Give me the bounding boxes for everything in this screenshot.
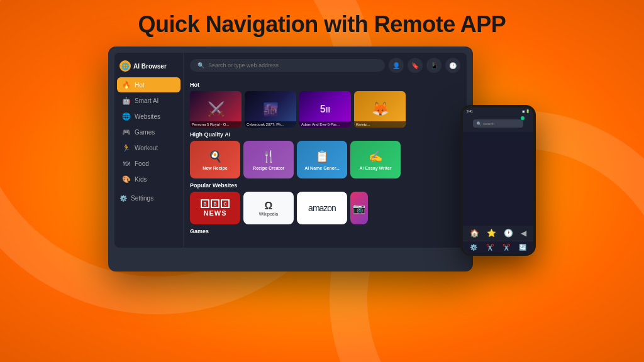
ai-card-essay[interactable]: ✍️ AI Essay Writer xyxy=(350,141,401,178)
bbc-b3: C xyxy=(221,199,230,208)
phone-green-dot xyxy=(521,116,525,120)
sidebar-item-games[interactable]: 🎮 Games xyxy=(117,124,180,140)
smart-ai-icon: 🤖 xyxy=(122,96,131,105)
tv-header-icons: 👤 🔖 📱 🕐 xyxy=(389,58,460,73)
phone-status-icons: ▣ 🔋 xyxy=(522,109,530,113)
tv-base xyxy=(228,259,353,265)
sidebar-item-food[interactable]: 🍽 Food xyxy=(117,156,180,171)
phone-search-placeholder: search xyxy=(483,122,494,126)
creator-icon: 🍴 xyxy=(262,150,275,163)
page-title: Quick Navigation with Remote APP xyxy=(138,11,506,38)
wiki-label: Wikipedia xyxy=(259,212,278,216)
bbc-b2: B xyxy=(211,199,219,208)
sidebar-item-websites[interactable]: 🌐 Websites xyxy=(117,109,180,124)
food-icon: 🍽 xyxy=(122,159,131,168)
wiki-symbol: Ω xyxy=(265,200,273,212)
search-input[interactable] xyxy=(208,62,377,69)
phone-refresh-icon[interactable]: 🔄 xyxy=(519,244,526,251)
search-icon: 🔍 xyxy=(197,62,204,69)
sidebar-item-smart-ai[interactable]: 🤖 Smart AI xyxy=(117,93,180,108)
sidebar-item-hot[interactable]: 🔥 Hot xyxy=(117,77,180,92)
section-title-websites: Popular Websites xyxy=(190,182,460,189)
phone-cut-icon-2[interactable]: ✂️ xyxy=(502,244,510,251)
section-title-ai: High Quality AI xyxy=(190,131,460,138)
phone-settings-icon[interactable]: ⚙️ xyxy=(470,244,477,251)
kids-icon: 🎨 xyxy=(122,175,131,184)
phone-search-icon: 🔍 xyxy=(477,121,481,126)
website-card-amazon[interactable]: amazon xyxy=(297,192,347,224)
history-icon-button[interactable]: 🕐 xyxy=(445,58,460,73)
phone-status-bar: 9:41 ▣ 🔋 xyxy=(463,107,533,115)
phone-bottom-nav: ⚙️ ✂️ ✂️ 🔄 xyxy=(463,241,533,253)
phone-grid-area xyxy=(463,132,533,226)
user-icon-button[interactable]: 👤 xyxy=(389,58,404,73)
websites-row: B B C NEWS Ω Wikipedia xyxy=(190,192,460,224)
game-card-label-adam: Adam And Eve-5-Par... xyxy=(299,121,351,128)
logo-icon: 🌐 xyxy=(119,60,131,72)
ai-card-new-recipe[interactable]: 🍳 New Recipe xyxy=(190,141,240,178)
instagram-icon: 📷 xyxy=(353,202,365,214)
phone-device: 9:41 ▣ 🔋 🔍 search 🏠 ⭐ 🕐 ◀ ⚙️ xyxy=(460,105,536,256)
game-card-label-persona: Persona 5 Royal - O... xyxy=(190,121,242,128)
bookmarks-icon-button[interactable]: 🔖 xyxy=(408,58,423,73)
game-card-adam[interactable]: 5II Adam And Eve-5-Par... xyxy=(299,91,351,128)
logo-text: AI Browser xyxy=(133,63,167,70)
tv-screen: 🌐 AI Browser 🔥 Hot 🤖 Smart AI 🌐 Websites… xyxy=(114,53,467,248)
website-card-instagram[interactable]: 📷 xyxy=(350,192,368,224)
game-card-label-cyberpunk: Cyberpunk 2077: Ph... xyxy=(245,121,296,128)
phone-search-bar[interactable]: 🔍 search xyxy=(473,119,523,128)
sidebar-label-kids: Kids xyxy=(135,176,147,183)
ai-cards-row: 🍳 New Recipe 🍴 Recipe Creator 📋 AI Name … xyxy=(190,141,460,178)
tv-sidebar: 🌐 AI Browser 🔥 Hot 🤖 Smart AI 🌐 Websites… xyxy=(114,53,184,248)
tv-content-area: Hot ⚔️ Persona 5 Royal - O... 🌆 xyxy=(184,78,467,248)
name-gen-icon: 📋 xyxy=(315,150,329,163)
section-title-games: Games xyxy=(190,228,460,234)
game-card-keretz[interactable]: 🦊 Keretz... xyxy=(354,91,406,128)
ai-card-recipe-creator[interactable]: 🍴 Recipe Creator xyxy=(243,141,294,178)
phone-nav-bar: 🏠 ⭐ 🕐 ◀ xyxy=(463,226,533,241)
settings-label: Settings xyxy=(131,195,153,202)
sidebar-label-workout: Workout xyxy=(135,145,158,151)
websites-icon: 🌐 xyxy=(122,112,131,121)
tv-device: 🌐 AI Browser 🔥 Hot 🤖 Smart AI 🌐 Websites… xyxy=(108,47,473,272)
sidebar-label-games: Games xyxy=(135,129,155,136)
phone-history-icon[interactable]: 🕐 xyxy=(504,229,513,238)
scene-container: 🌐 AI Browser 🔥 Hot 🤖 Smart AI 🌐 Websites… xyxy=(0,47,644,272)
sidebar-label-hot: Hot xyxy=(135,82,145,89)
phone-back-icon[interactable]: ◀ xyxy=(521,229,526,238)
bbc-b1: B xyxy=(201,199,209,208)
phone-time: 9:41 xyxy=(467,109,473,113)
ai-card-label-creator: Recipe Creator xyxy=(253,166,284,170)
settings-item[interactable]: ⚙️ Settings xyxy=(114,192,183,205)
sidebar-label-websites: Websites xyxy=(135,113,160,120)
essay-icon: ✍️ xyxy=(369,150,382,163)
website-card-bbc[interactable]: B B C NEWS xyxy=(190,192,240,224)
hot-games-row: ⚔️ Persona 5 Royal - O... 🌆 Cyberpunk 20… xyxy=(190,91,460,128)
tv-main-content: 🔍 👤 🔖 📱 🕐 Hot xyxy=(184,53,467,248)
game-card-cyberpunk[interactable]: 🌆 Cyberpunk 2077: Ph... xyxy=(245,91,296,128)
phone-home-icon[interactable]: 🏠 xyxy=(470,229,479,238)
tv-search-bar[interactable]: 🔍 xyxy=(190,59,385,72)
amazon-text: amazon xyxy=(308,203,336,213)
ai-card-label-essay: AI Essay Writer xyxy=(359,166,391,170)
bbc-content: B B C NEWS xyxy=(201,199,230,217)
phone-cut-icon-1[interactable]: ✂️ xyxy=(486,244,494,251)
ai-card-name-gen[interactable]: 📋 AI Name Gener... xyxy=(297,141,347,178)
game-card-label-keretz: Keretz... xyxy=(354,121,406,128)
phone-star-icon[interactable]: ⭐ xyxy=(487,229,496,238)
sidebar-label-food: Food xyxy=(135,160,149,167)
game-card-persona[interactable]: ⚔️ Persona 5 Royal - O... xyxy=(190,91,242,128)
hot-icon: 🔥 xyxy=(122,80,131,89)
ai-card-label-recipe: New Recipe xyxy=(203,166,227,170)
website-card-wikipedia[interactable]: Ω Wikipedia xyxy=(243,192,294,224)
bbc-news-label: NEWS xyxy=(204,209,227,217)
tv-logo: 🌐 AI Browser xyxy=(114,58,183,77)
sidebar-item-kids[interactable]: 🎨 Kids xyxy=(117,172,180,187)
settings-icon: ⚙️ xyxy=(119,195,127,202)
tv-header: 🔍 👤 🔖 📱 🕐 xyxy=(184,53,467,78)
phone-screen: 9:41 ▣ 🔋 🔍 search 🏠 ⭐ 🕐 ◀ ⚙️ xyxy=(463,107,533,253)
recipe-icon: 🍳 xyxy=(208,150,222,163)
screen-icon-button[interactable]: 📱 xyxy=(426,58,441,73)
sidebar-label-smart-ai: Smart AI xyxy=(135,97,158,104)
sidebar-item-workout[interactable]: 🏃 Workout xyxy=(117,140,180,155)
